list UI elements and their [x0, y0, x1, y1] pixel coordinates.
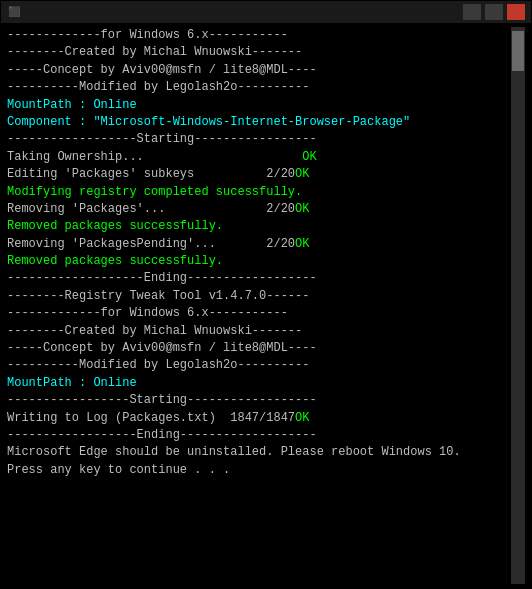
- console-line: Press any key to continue . . .: [7, 462, 511, 479]
- console-line: MountPath : Online: [7, 97, 511, 114]
- console-line: Modifying registry completed sucessfully…: [7, 184, 511, 201]
- title-bar-left: ⬛: [7, 5, 27, 19]
- minimize-button[interactable]: [463, 4, 481, 20]
- console-line: -----Concept by Aviv00@msfn / lite8@MDL-…: [7, 340, 511, 357]
- console-line: --------Registry Tweak Tool v1.4.7.0----…: [7, 288, 511, 305]
- console-line: ----------Modified by Legolash2o--------…: [7, 357, 511, 374]
- console-body: -------------for Windows 6.x------------…: [1, 23, 531, 588]
- cmd-window: ⬛ -------------for Windows 6.x----------…: [0, 0, 532, 589]
- title-bar: ⬛: [1, 1, 531, 23]
- console-line: ------------------Starting--------------…: [7, 131, 511, 148]
- console-line: ------------------Ending----------------…: [7, 427, 511, 444]
- window-controls: [463, 4, 525, 20]
- console-line: Removed packages successfully.: [7, 253, 511, 270]
- console-line: Writing to Log (Packages.txt) 1847/1847O…: [7, 410, 511, 427]
- console-line: --------Created by Michal Wnuowski------…: [7, 323, 511, 340]
- console-line: -------------------Ending---------------…: [7, 270, 511, 287]
- close-button[interactable]: [507, 4, 525, 20]
- console-line: MountPath : Online: [7, 375, 511, 392]
- scroll-thumb[interactable]: [512, 31, 524, 71]
- scroll-area: -------------for Windows 6.x------------…: [7, 27, 525, 584]
- console-line: ----------Modified by Legolash2o--------…: [7, 79, 511, 96]
- cmd-icon: ⬛: [7, 5, 21, 19]
- console-line: Microsoft Edge should be uninstalled. Pl…: [7, 444, 511, 461]
- console-line: Editing 'Packages' subkeys 2/20OK: [7, 166, 511, 183]
- console-line: -----------------Starting---------------…: [7, 392, 511, 409]
- console-line: Component : "Microsoft-Windows-Internet-…: [7, 114, 511, 131]
- console-content: -------------for Windows 6.x------------…: [7, 27, 511, 584]
- scrollbar[interactable]: [511, 27, 525, 584]
- console-line: Removing 'Packages'... 2/20OK: [7, 201, 511, 218]
- console-line: Taking Ownership... OK: [7, 149, 511, 166]
- console-line: -------------for Windows 6.x-----------: [7, 27, 511, 44]
- console-line: --------Created by Michal Wnuowski------…: [7, 44, 511, 61]
- console-line: -----Concept by Aviv00@msfn / lite8@MDL-…: [7, 62, 511, 79]
- console-line: Removed packages successfully.: [7, 218, 511, 235]
- maximize-button[interactable]: [485, 4, 503, 20]
- console-line: -------------for Windows 6.x-----------: [7, 305, 511, 322]
- console-line: Removing 'PackagesPending'... 2/20OK: [7, 236, 511, 253]
